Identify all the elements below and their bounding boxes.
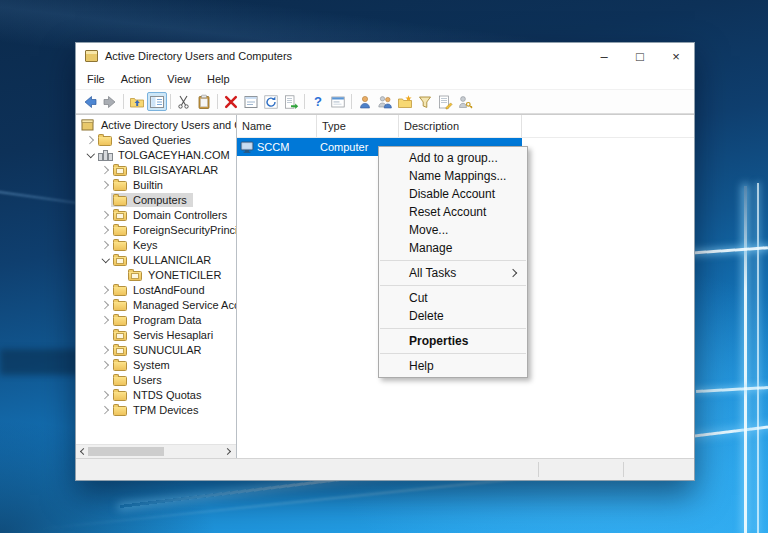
computer-icon <box>240 141 254 153</box>
tree-item-bilgisayarlar[interactable]: BILGISAYARLAR <box>76 162 236 177</box>
menu-file[interactable]: File <box>79 73 113 85</box>
column-header-description[interactable]: Description <box>399 115 522 137</box>
titlebar[interactable]: Active Directory Users and Computers – □… <box>76 43 694 69</box>
folder-icon <box>113 406 127 416</box>
toolbar-separator <box>304 94 305 109</box>
folder-icon <box>113 361 127 371</box>
menu-help[interactable]: Help <box>199 73 238 85</box>
windows-logo-horizontal-beam <box>696 386 768 393</box>
tree-item-yoneticiler[interactable]: YONETICILER <box>76 267 236 282</box>
folder-icon <box>113 376 127 386</box>
chevron-right-icon[interactable] <box>101 207 111 222</box>
folder-icon <box>113 226 127 236</box>
menu-item-help[interactable]: Help <box>379 357 527 375</box>
set-filter-page-icon[interactable] <box>435 92 455 111</box>
show-console-tree-icon[interactable] <box>147 92 167 111</box>
ou-folder-icon <box>113 166 127 176</box>
scrollbar-thumb[interactable] <box>88 447 164 456</box>
chevron-right-icon[interactable] <box>101 357 111 372</box>
chevron-right-icon[interactable] <box>101 177 111 192</box>
up-one-level-icon[interactable] <box>127 92 147 111</box>
tree-item-system[interactable]: System <box>76 357 236 372</box>
tree-item-kullanicilar[interactable]: KULLANICILAR <box>76 252 236 267</box>
menu-item-delete[interactable]: Delete <box>379 307 527 325</box>
context-menu: Add to a group... Name Mappings... Disab… <box>378 146 528 378</box>
minimize-button[interactable]: – <box>586 43 622 69</box>
tree-item-sunucular[interactable]: SUNUCULAR <box>76 342 236 357</box>
chevron-right-icon[interactable] <box>86 132 96 147</box>
chevron-down-icon[interactable] <box>101 252 111 267</box>
menu-separator <box>380 328 526 329</box>
scroll-left-arrow-icon[interactable] <box>76 445 88 458</box>
menu-item-reset-account[interactable]: Reset Account <box>379 203 527 221</box>
tree-item-tpm-devices[interactable]: TPM Devices <box>76 402 236 417</box>
tree-item-saved-queries[interactable]: Saved Queries <box>76 132 236 147</box>
chevron-right-icon[interactable] <box>101 387 111 402</box>
filter-icon[interactable] <box>415 92 435 111</box>
menu-action[interactable]: Action <box>113 73 160 85</box>
menu-item-add-to-a-group[interactable]: Add to a group... <box>379 149 527 167</box>
menu-item-properties[interactable]: Properties <box>379 332 527 350</box>
tree-item-managed-service-accounts[interactable]: Managed Service Accounts <box>76 297 236 312</box>
delete-icon[interactable] <box>221 92 241 111</box>
list-header: Name Type Description <box>237 115 694 138</box>
delegate-control-icon[interactable] <box>455 92 475 111</box>
chevron-right-icon[interactable] <box>101 222 111 237</box>
menu-view[interactable]: View <box>159 73 199 85</box>
paste-icon[interactable] <box>194 92 214 111</box>
chevron-right-icon[interactable] <box>101 237 111 252</box>
domain-icon <box>98 149 112 161</box>
tree-item-domain-controllers[interactable]: Domain Controllers <box>76 207 236 222</box>
chevron-right-icon[interactable] <box>101 312 111 327</box>
menu-item-manage[interactable]: Manage <box>379 239 527 257</box>
new-window-icon[interactable] <box>328 92 348 111</box>
chevron-right-icon[interactable] <box>101 282 111 297</box>
tree-item-servis-hesaplari[interactable]: Servis Hesaplari <box>76 327 236 342</box>
menu-item-disable-account[interactable]: Disable Account <box>379 185 527 203</box>
add-group-icon[interactable] <box>375 92 395 111</box>
menu-item-name-mappings[interactable]: Name Mappings... <box>379 167 527 185</box>
column-header-name[interactable]: Name <box>237 115 317 137</box>
tree-item-computers[interactable]: Computers <box>76 192 236 207</box>
close-button[interactable]: × <box>658 43 694 69</box>
caption-buttons: – □ × <box>586 43 694 69</box>
help-icon[interactable]: ? <box>308 92 328 111</box>
tree-item-domain[interactable]: TOLGACEYHAN.COM <box>76 147 236 162</box>
tree-item-aduc-root[interactable]: Active Directory Users and Computers <box>76 117 236 132</box>
refresh-icon[interactable] <box>261 92 281 111</box>
toolbar-separator <box>170 94 171 109</box>
tree-horizontal-scrollbar[interactable] <box>76 444 236 458</box>
statusbar-divider <box>538 462 539 477</box>
tree-item-keys[interactable]: Keys <box>76 237 236 252</box>
menu-item-all-tasks[interactable]: All Tasks <box>379 264 527 282</box>
chevron-right-icon[interactable] <box>101 297 111 312</box>
properties-icon[interactable] <box>241 92 261 111</box>
menu-item-cut[interactable]: Cut <box>379 289 527 307</box>
console-tree: Active Directory Users and Computers Sav… <box>76 115 236 417</box>
chevron-right-icon[interactable] <box>101 342 111 357</box>
tree-item-users[interactable]: Users <box>76 372 236 387</box>
ou-folder-icon <box>113 211 127 221</box>
menu-item-move[interactable]: Move... <box>379 221 527 239</box>
cut-icon[interactable] <box>174 92 194 111</box>
column-header-type[interactable]: Type <box>317 115 399 137</box>
add-user-icon[interactable] <box>355 92 375 111</box>
chevron-right-icon[interactable] <box>101 402 111 417</box>
export-list-icon[interactable] <box>281 92 301 111</box>
selected-tree-item[interactable]: Computers <box>111 193 193 207</box>
maximize-button[interactable]: □ <box>622 43 658 69</box>
tree-item-lostandfound[interactable]: LostAndFound <box>76 282 236 297</box>
console-root-icon <box>81 119 95 131</box>
scroll-right-arrow-icon[interactable] <box>222 445 234 458</box>
tree-item-program-data[interactable]: Program Data <box>76 312 236 327</box>
back-icon[interactable] <box>80 92 100 111</box>
tree-item-foreignsecurityprincipals[interactable]: ForeignSecurityPrincipals <box>76 222 236 237</box>
chevron-down-icon[interactable] <box>86 147 96 162</box>
forward-icon[interactable] <box>100 92 120 111</box>
chevron-right-icon[interactable] <box>101 162 111 177</box>
toolbar-separator <box>217 94 218 109</box>
mmc-console-icon <box>85 50 98 62</box>
tree-item-ntds-quotas[interactable]: NTDS Quotas <box>76 387 236 402</box>
tree-item-builtin[interactable]: Builtin <box>76 177 236 192</box>
add-organizational-unit-icon[interactable] <box>395 92 415 111</box>
